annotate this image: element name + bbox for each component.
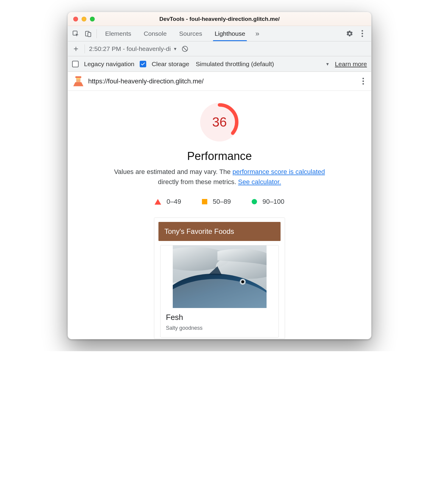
separator bbox=[96, 29, 97, 38]
tab-sources[interactable]: Sources bbox=[173, 26, 208, 41]
legend-average-label: 50–89 bbox=[213, 198, 231, 206]
svg-line-4 bbox=[183, 47, 187, 51]
report-url-row: https://foul-heavenly-direction.glitch.m… bbox=[68, 72, 371, 91]
devtools-window: DevTools - foul-heavenly-direction.glitc… bbox=[68, 12, 371, 339]
score-description: Values are estimated and may vary. The p… bbox=[106, 167, 333, 187]
tab-lighthouse[interactable]: Lighthouse bbox=[209, 26, 251, 41]
throttling-label: Simulated throttling (default) bbox=[196, 60, 274, 68]
titlebar: DevTools - foul-heavenly-direction.glitc… bbox=[68, 12, 371, 26]
separator bbox=[85, 44, 85, 53]
preview-card: Fesh Salty goodness bbox=[160, 245, 279, 337]
triangle-icon bbox=[155, 199, 161, 205]
legacy-navigation-checkbox[interactable] bbox=[72, 61, 79, 67]
lighthouse-options-bar: Legacy navigation Clear storage Simulate… bbox=[68, 56, 371, 72]
score-legend: 0–49 50–89 90–100 bbox=[75, 198, 364, 206]
see-calculator-link[interactable]: See calculator. bbox=[238, 178, 281, 186]
minimize-window-button[interactable] bbox=[82, 17, 86, 21]
inspect-icon[interactable] bbox=[70, 28, 82, 40]
legacy-navigation-label: Legacy navigation bbox=[84, 60, 134, 68]
svg-rect-2 bbox=[88, 32, 91, 37]
more-tabs-icon[interactable]: » bbox=[252, 29, 263, 38]
tab-elements[interactable]: Elements bbox=[99, 26, 137, 41]
page-screenshot-preview: Tony's Favorite Foods bbox=[154, 217, 285, 339]
report-menu-button[interactable] bbox=[361, 76, 366, 86]
lighthouse-icon bbox=[73, 76, 83, 86]
devtools-tabstrip: Elements Console Sources Lighthouse » bbox=[68, 26, 371, 41]
chevron-down-icon: ▼ bbox=[173, 46, 177, 51]
svg-point-11 bbox=[241, 280, 244, 283]
category-title: Performance bbox=[75, 150, 364, 163]
preview-header: Tony's Favorite Foods bbox=[158, 222, 281, 241]
device-toggle-icon[interactable] bbox=[82, 28, 94, 40]
preview-card-title: Fesh bbox=[166, 313, 273, 322]
settings-icon[interactable] bbox=[344, 28, 356, 40]
legend-fail-label: 0–49 bbox=[166, 198, 181, 206]
score-gauge: 36 bbox=[75, 103, 364, 141]
new-report-button[interactable]: + bbox=[71, 45, 80, 53]
square-icon bbox=[202, 199, 207, 204]
traffic-lights bbox=[73, 17, 95, 21]
clear-storage-label: Clear storage bbox=[152, 60, 189, 68]
close-window-button[interactable] bbox=[73, 17, 78, 21]
circle-icon bbox=[252, 199, 257, 204]
chevron-down-icon[interactable]: ▼ bbox=[326, 62, 330, 66]
score-value: 36 bbox=[200, 103, 239, 141]
more-menu-icon[interactable] bbox=[356, 28, 368, 40]
legend-average: 50–89 bbox=[202, 198, 231, 206]
report-url: https://foul-heavenly-direction.glitch.m… bbox=[88, 77, 204, 85]
legend-fail: 0–49 bbox=[155, 198, 181, 206]
lighthouse-report: 36 Performance Values are estimated and … bbox=[68, 91, 371, 339]
tab-console[interactable]: Console bbox=[138, 26, 173, 41]
legend-pass: 90–100 bbox=[252, 198, 284, 206]
report-history-dropdown[interactable]: 2:50:27 PM - foul-heavenly-di ▼ bbox=[89, 45, 177, 52]
report-history-label: 2:50:27 PM - foul-heavenly-di bbox=[89, 45, 171, 52]
clear-all-icon[interactable] bbox=[181, 45, 189, 52]
fish-image bbox=[173, 245, 267, 308]
clear-storage-checkbox[interactable] bbox=[140, 61, 146, 67]
window-title: DevTools - foul-heavenly-direction.glitc… bbox=[68, 16, 371, 22]
preview-card-sub: Salty goodness bbox=[166, 325, 273, 331]
desc-text: directly from these metrics. bbox=[158, 178, 238, 186]
perf-score-calc-link[interactable]: performance score is calculated bbox=[232, 168, 325, 175]
desc-text: Values are estimated and may vary. The bbox=[114, 168, 232, 175]
legend-pass-label: 90–100 bbox=[262, 198, 284, 206]
learn-more-link[interactable]: Learn more bbox=[335, 60, 367, 68]
lighthouse-subtoolbar: + 2:50:27 PM - foul-heavenly-di ▼ bbox=[68, 41, 371, 56]
zoom-window-button[interactable] bbox=[90, 17, 95, 21]
